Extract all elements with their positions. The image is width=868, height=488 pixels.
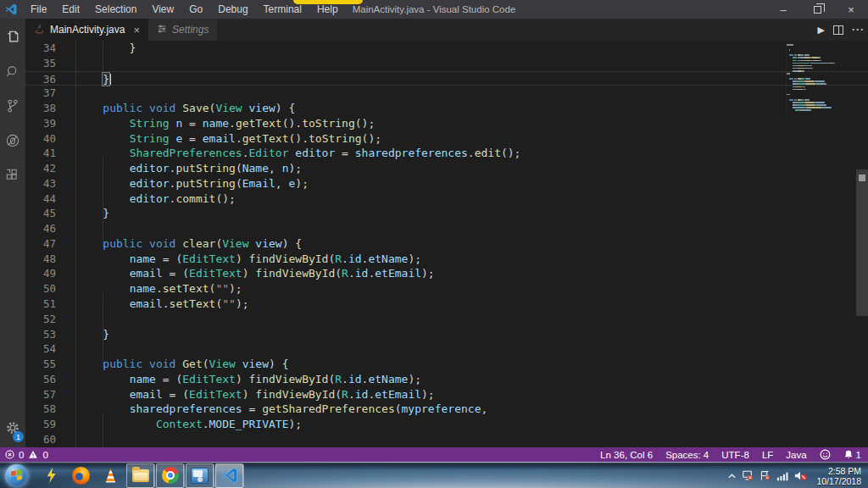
status-item-lf[interactable]: LF <box>762 450 773 460</box>
line-number[interactable]: 40 <box>25 131 64 147</box>
extensions-icon[interactable] <box>0 158 25 192</box>
code-line[interactable]: 43 editor.putString(Email, e); <box>25 176 868 191</box>
system-tool-icon[interactable] <box>186 463 214 488</box>
menu-item-debug[interactable]: Debug <box>210 0 255 19</box>
line-number[interactable]: 46 <box>25 221 64 236</box>
minimize-button[interactable]: – <box>766 0 800 19</box>
line-number[interactable]: 57 <box>25 387 64 402</box>
code-line[interactable]: 48 name = (EditText) findViewById(R.id.e… <box>25 252 868 267</box>
line-number[interactable]: 53 <box>25 327 64 342</box>
code-line[interactable]: 45 } <box>25 206 868 221</box>
source-control-icon[interactable] <box>0 88 25 123</box>
code-line[interactable]: 40 String e = email.getText().toString()… <box>25 131 868 147</box>
code-line[interactable]: 34 } <box>25 41 868 56</box>
code-line[interactable]: 42 editor.putString(Name, n); <box>25 161 868 176</box>
line-number[interactable]: 41 <box>25 146 64 161</box>
line-number[interactable]: 60 <box>25 432 64 447</box>
line-number[interactable]: 55 <box>25 357 64 372</box>
line-number[interactable]: 34 <box>25 41 64 56</box>
code-line[interactable]: 39 String n = name.getText().toString(); <box>25 116 868 131</box>
start-button[interactable] <box>5 464 28 487</box>
code-line[interactable]: 36 } <box>25 71 868 86</box>
line-number[interactable]: 58 <box>25 402 64 417</box>
line-number[interactable]: 51 <box>25 297 64 312</box>
code-line[interactable]: 56 name = (EditText) findViewById(R.id.e… <box>25 372 868 387</box>
code-line[interactable]: 59 Context.MODE_PRIVATE); <box>25 417 868 432</box>
line-number[interactable]: 54 <box>25 341 64 357</box>
line-number[interactable]: 47 <box>25 236 64 252</box>
split-editor-icon[interactable] <box>833 25 843 35</box>
code-line[interactable]: 37 <box>25 86 868 101</box>
code-line[interactable]: 52 <box>25 312 868 327</box>
code-line[interactable]: 50 name.setText(""); <box>25 281 868 297</box>
line-number[interactable]: 45 <box>25 206 64 221</box>
menu-item-view[interactable]: View <box>144 0 181 19</box>
line-number[interactable]: 52 <box>25 312 64 327</box>
code-line[interactable]: 41 SharedPreferences.Editor editor = sha… <box>25 146 868 161</box>
close-button[interactable]: × <box>834 0 868 19</box>
menu-item-go[interactable]: Go <box>181 0 210 19</box>
code-line[interactable]: 51 email.setText(""); <box>25 297 868 312</box>
code-line[interactable]: 46 <box>25 221 868 236</box>
code-line[interactable]: 53 } <box>25 327 868 342</box>
code-line[interactable]: 58 sharedpreferences = getSharedPreferen… <box>25 402 868 417</box>
action-center-alert-icon[interactable] <box>760 470 771 481</box>
menu-item-edit[interactable]: Edit <box>54 0 87 19</box>
chrome-icon[interactable] <box>156 463 184 488</box>
search-icon[interactable] <box>0 53 25 88</box>
code-line[interactable]: 35 <box>25 56 868 71</box>
feedback-smiley-icon[interactable] <box>820 449 831 460</box>
code-line[interactable]: 47 public void clear(View view) { <box>25 236 868 252</box>
code-line[interactable]: 55 public void Get(View view) { <box>25 357 868 372</box>
restore-button[interactable] <box>800 0 834 19</box>
code-editor[interactable]: 34 }3536 }3738 public void Save(View vie… <box>25 41 868 447</box>
line-number[interactable]: 56 <box>25 372 64 387</box>
explorer-taskbar-icon[interactable] <box>126 463 154 488</box>
line-number[interactable]: 43 <box>25 176 64 191</box>
code-line[interactable]: 54 <box>25 341 868 357</box>
line-number[interactable]: 37 <box>25 86 64 101</box>
tab-mainactivity[interactable]: MainActivity.java × <box>25 19 148 41</box>
line-number[interactable]: 49 <box>25 266 64 281</box>
code-line[interactable]: 44 editor.commit(); <box>25 191 868 207</box>
status-item-utf-8[interactable]: UTF-8 <box>721 450 749 460</box>
line-number[interactable]: 39 <box>25 116 64 131</box>
debug-icon[interactable] <box>0 123 25 158</box>
scrollbar-thumb[interactable] <box>856 169 868 316</box>
line-number[interactable]: 35 <box>25 56 64 71</box>
code-line[interactable]: 60 <box>25 432 868 447</box>
explorer-icon[interactable] <box>0 19 25 53</box>
code-line[interactable]: 49 email = (EditText) findViewById(R.id.… <box>25 266 868 281</box>
vscode-taskbar-icon[interactable] <box>215 463 243 488</box>
line-number[interactable]: 36 <box>25 72 64 86</box>
status-item-spaces-4[interactable]: Spaces: 4 <box>665 450 709 460</box>
settings-gear-icon[interactable]: 1 <box>0 415 25 441</box>
line-number[interactable]: 38 <box>25 101 64 116</box>
volume-muted-icon[interactable] <box>794 470 807 481</box>
line-number[interactable]: 59 <box>25 417 64 432</box>
line-number[interactable]: 42 <box>25 161 64 176</box>
problems-status[interactable]: 0 0 <box>5 450 48 460</box>
line-number[interactable]: 44 <box>25 191 64 207</box>
status-item-java[interactable]: Java <box>786 450 806 460</box>
line-number[interactable]: 48 <box>25 252 64 267</box>
minimap[interactable] <box>786 44 855 115</box>
winamp-icon[interactable] <box>37 463 65 488</box>
close-tab-icon[interactable]: × <box>133 24 140 36</box>
line-number[interactable]: 50 <box>25 281 64 297</box>
firefox-icon[interactable] <box>67 463 95 488</box>
menu-item-selection[interactable]: Selection <box>87 0 144 19</box>
vlc-icon[interactable] <box>97 463 125 488</box>
run-button[interactable]: ▶ <box>818 25 825 36</box>
more-actions-icon[interactable]: ··· <box>852 24 865 36</box>
notifications-bell[interactable]: 1 <box>843 449 861 460</box>
device-disconnected-icon[interactable] <box>742 470 754 481</box>
hidden-icons-caret[interactable] <box>728 474 736 479</box>
tab-settings[interactable]: Settings <box>148 19 217 41</box>
menu-item-file[interactable]: File <box>23 0 54 19</box>
status-item-ln-36-col-6[interactable]: Ln 36, Col 6 <box>600 450 653 460</box>
code-line[interactable]: 38 public void Save(View view) { <box>25 101 868 116</box>
taskbar-clock[interactable]: 2:58 PM 10/17/2018 <box>816 466 861 486</box>
network-signal-icon[interactable] <box>776 471 788 481</box>
code-line[interactable]: 57 email = (EditText) findViewById(R.id.… <box>25 387 868 402</box>
